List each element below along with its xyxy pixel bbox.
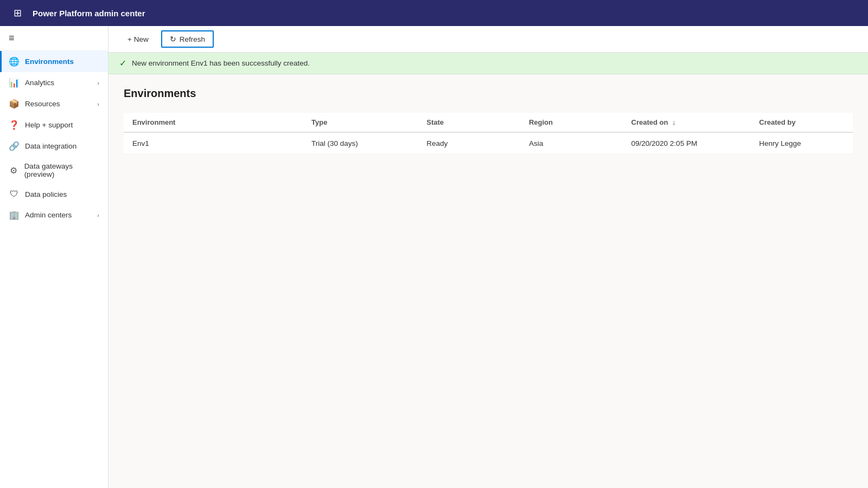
cell-region: Asia <box>520 132 623 155</box>
cell-state: Ready <box>418 132 520 155</box>
success-banner: ✓ New environment Env1 has been successf… <box>108 53 868 74</box>
sidebar-item-admin-centers[interactable]: 🏢 Admin centers › <box>0 204 108 226</box>
data-integration-icon: 🔗 <box>9 141 20 151</box>
layout: ≡ 🌐 Environments 📊 Analytics › 📦 Resourc… <box>0 26 868 488</box>
col-header-region[interactable]: Region <box>520 113 623 132</box>
table-header-row: Environment Type State Region Created on <box>124 113 853 132</box>
sidebar-item-label: Environments <box>25 57 74 66</box>
sidebar-item-label: Analytics <box>25 79 54 87</box>
sidebar-item-label: Admin centers <box>25 211 72 219</box>
new-button[interactable]: + New <box>119 31 157 47</box>
sidebar-item-resources[interactable]: 📦 Resources › <box>0 93 108 114</box>
sidebar-item-analytics[interactable]: 📊 Analytics › <box>0 72 108 93</box>
toolbar: + New ↻ Refresh <box>108 26 868 53</box>
sidebar-item-data-integration[interactable]: 🔗 Data integration <box>0 136 108 157</box>
sidebar-item-label: Data policies <box>25 190 67 198</box>
sidebar-toggle[interactable]: ≡ <box>0 26 108 51</box>
sidebar-item-label: Help + support <box>25 121 73 129</box>
sidebar-item-data-policies[interactable]: 🛡 Data policies <box>0 184 108 204</box>
help-support-icon: ❓ <box>9 120 20 130</box>
sidebar-item-label: Resources <box>25 100 60 108</box>
topbar: ⊞ Power Platform admin center <box>0 0 868 26</box>
sidebar-item-environments[interactable]: 🌐 Environments <box>0 51 108 72</box>
chevron-down-icon: › <box>97 101 99 107</box>
sidebar-item-help-support[interactable]: ❓ Help + support <box>0 114 108 136</box>
col-header-created-by[interactable]: Created by <box>750 113 853 132</box>
cell-environment: Env1 <box>124 132 303 155</box>
success-message: New environment Env1 has been successful… <box>132 59 310 67</box>
main-content-area: + New ↻ Refresh ✓ New environment Env1 h… <box>108 26 868 488</box>
cell-created-on: 09/20/2020 2:05 PM <box>623 132 751 155</box>
sidebar-item-label: Data integration <box>25 142 76 150</box>
chevron-down-icon: › <box>97 212 99 219</box>
environments-table: Environment Type State Region Created on <box>124 113 853 155</box>
resources-icon: 📦 <box>9 99 20 109</box>
success-icon: ✓ <box>119 58 126 68</box>
refresh-icon: ↻ <box>170 35 176 43</box>
cell-type: Trial (30 days) <box>303 132 418 155</box>
sort-icon-created-on: ↓ <box>672 118 676 126</box>
col-header-state[interactable]: State <box>418 113 520 132</box>
environments-icon: 🌐 <box>9 56 20 67</box>
data-gateways-icon: ⚙ <box>9 165 19 176</box>
sidebar-item-data-gateways[interactable]: ⚙ Data gateways (preview) <box>0 157 108 184</box>
refresh-label: Refresh <box>180 35 205 43</box>
table-row[interactable]: Env1 Trial (30 days) Ready Asia 09/20/20… <box>124 132 853 155</box>
refresh-button[interactable]: ↻ Refresh <box>161 30 214 48</box>
waffle-icon[interactable]: ⊞ <box>9 4 26 22</box>
analytics-icon: 📊 <box>9 78 20 88</box>
col-header-type[interactable]: Type <box>303 113 418 132</box>
data-policies-icon: 🛡 <box>9 189 20 199</box>
sidebar-item-label: Data gateways (preview) <box>24 162 99 178</box>
col-header-created-on[interactable]: Created on ↓ <box>623 113 751 132</box>
app-title: Power Platform admin center <box>33 9 145 18</box>
chevron-down-icon: › <box>97 80 99 86</box>
col-header-environment[interactable]: Environment <box>124 113 303 132</box>
content-area: Environments Environment Type State <box>108 74 868 488</box>
admin-centers-icon: 🏢 <box>9 210 20 220</box>
page-title: Environments <box>124 87 853 100</box>
cell-created-by: Henry Legge <box>750 132 853 155</box>
sidebar: ≡ 🌐 Environments 📊 Analytics › 📦 Resourc… <box>0 26 108 488</box>
